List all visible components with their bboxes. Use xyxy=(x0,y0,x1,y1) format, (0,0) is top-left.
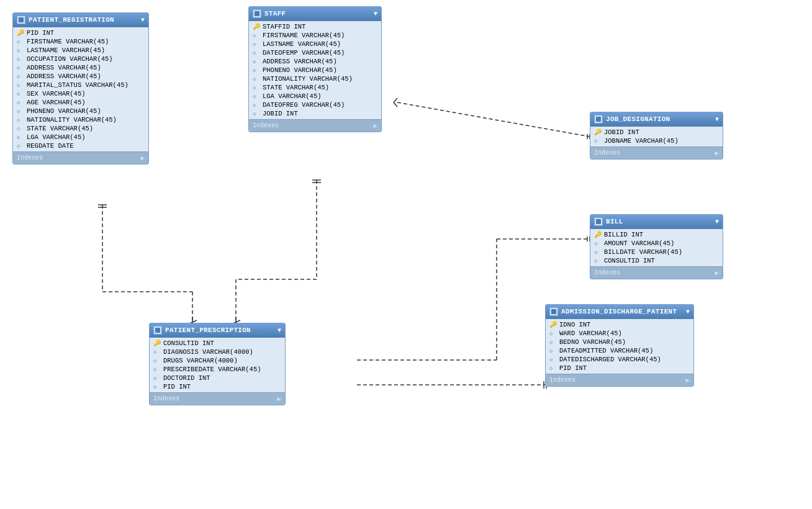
table-body-staff: 🔑 STAFFID INT ◇ FIRSTNAME VARCHAR(45) ◇ … xyxy=(249,21,381,119)
key-icon: 🔑 xyxy=(17,29,24,37)
diamond-icon: ◇ xyxy=(17,73,24,80)
table-row: ◇ MARITAL_STATUS VARCHAR(45) xyxy=(13,81,148,89)
field-text: PID INT xyxy=(559,364,587,372)
field-text: DIAGNOSIS VARCHAR(4000) xyxy=(163,348,253,356)
field-text: FIRSTNAME VARCHAR(45) xyxy=(27,38,109,45)
table-dropdown-arrow[interactable]: ▼ xyxy=(374,11,377,17)
table-footer-staff[interactable]: Indexes ▶ xyxy=(249,119,381,132)
table-row: ◇ WARD VARCHAR(45) xyxy=(546,329,693,338)
indexes-label: Indexes xyxy=(549,377,575,384)
table-row: ◇ JOBID INT xyxy=(249,109,381,118)
table-row: ◇ ADDRESS VARCHAR(45) xyxy=(13,72,148,81)
diamond-icon: ◇ xyxy=(17,47,24,54)
table-row: ◇ DOCTORID INT xyxy=(150,374,285,382)
table-footer-job-designation[interactable]: Indexes ▶ xyxy=(590,146,723,159)
table-row: ◇ DIAGNOSIS VARCHAR(4000) xyxy=(150,348,285,356)
diamond-icon: ◇ xyxy=(253,50,260,56)
table-row: ◇ DATEOFEMP VARCHAR(45) xyxy=(249,48,381,57)
field-text: NATIONALITY VARCHAR(45) xyxy=(263,75,353,83)
diamond-icon: ◇ xyxy=(17,125,24,132)
svg-rect-33 xyxy=(551,309,556,314)
table-footer-prescription[interactable]: Indexes ▶ xyxy=(150,392,285,405)
table-body-patient-registration: 🔑 PID INT ◇ FIRSTNAME VARCHAR(45) ◇ LAST… xyxy=(13,27,148,151)
table-row: ◇ LGA VARCHAR(45) xyxy=(13,133,148,142)
diamond-icon: ◇ xyxy=(253,84,260,91)
table-row: ◇ PHONENO VARCHAR(45) xyxy=(249,66,381,74)
table-row: ◇ NATIONALITY VARCHAR(45) xyxy=(249,74,381,83)
diamond-icon: ◇ xyxy=(594,240,602,247)
field-text: DOCTORID INT xyxy=(163,374,210,382)
field-text: AGE VARCHAR(45) xyxy=(27,99,86,106)
indexes-label: Indexes xyxy=(594,150,620,156)
table-row: ◇ LASTNAME VARCHAR(45) xyxy=(13,46,148,55)
table-footer-patient-registration[interactable]: Indexes ▶ xyxy=(13,151,148,164)
table-footer-bill[interactable]: Indexes ▶ xyxy=(590,266,723,279)
table-title-patient-registration: PATIENT_REGISTRATION xyxy=(29,16,114,24)
table-patient-prescription: PATIENT_PRESCRIPTION ▼ 🔑 CONSULTID INT ◇… xyxy=(149,323,286,405)
field-text: BILLDATE VARCHAR(45) xyxy=(604,248,682,256)
diamond-icon: ◇ xyxy=(17,117,24,124)
table-title-job-designation: JOB_DESIGNATION xyxy=(606,115,670,123)
table-header-patient-registration: PATIENT_REGISTRATION ▼ xyxy=(13,13,148,27)
table-staff: STAFF ▼ 🔑 STAFFID INT ◇ FIRSTNAME VARCHA… xyxy=(248,6,382,132)
table-icon xyxy=(549,307,558,316)
diamond-icon: ◇ xyxy=(594,249,602,256)
field-text: DRUGS VARCHAR(4000) xyxy=(163,357,238,364)
table-header-prescription: PATIENT_PRESCRIPTION ▼ xyxy=(150,323,285,338)
table-dropdown-arrow[interactable]: ▼ xyxy=(141,17,145,24)
field-text: JOBID INT xyxy=(263,110,298,117)
key-icon: 🔑 xyxy=(594,128,602,136)
table-title-bill: BILL xyxy=(606,218,623,225)
field-text: FIRSTNAME VARCHAR(45) xyxy=(263,32,345,39)
diamond-icon: ◇ xyxy=(253,41,260,48)
diagram-container: PATIENT_REGISTRATION ▼ 🔑 PID INT ◇ FIRST… xyxy=(0,0,812,509)
svg-rect-30 xyxy=(255,11,259,16)
diamond-icon: ◇ xyxy=(549,356,557,363)
svg-line-18 xyxy=(394,102,397,107)
table-row: 🔑 BILLID INT xyxy=(590,230,723,239)
table-row: ◇ NATIONALITY VARCHAR(45) xyxy=(13,115,148,124)
table-title-admission: ADMISSION_DISCHARGE_PATIENT xyxy=(561,308,677,315)
diamond-icon: ◇ xyxy=(153,375,161,382)
diamond-icon: ◇ xyxy=(253,67,260,74)
field-text: PID INT xyxy=(163,383,191,390)
table-footer-admission[interactable]: Indexes ▶ xyxy=(546,374,693,386)
table-icon xyxy=(153,326,162,335)
table-row: ◇ BEDNO VARCHAR(45) xyxy=(546,338,693,346)
svg-rect-34 xyxy=(155,328,160,333)
table-row: ◇ DRUGS VARCHAR(4000) xyxy=(150,356,285,365)
diamond-icon: ◇ xyxy=(594,138,602,145)
field-text: LGA VARCHAR(45) xyxy=(27,133,86,141)
table-icon xyxy=(594,115,603,124)
field-text: AMOUNT VARCHAR(45) xyxy=(604,240,674,247)
table-row: ◇ ADDRESS VARCHAR(45) xyxy=(13,63,148,72)
field-text: STAFFID INT xyxy=(263,23,305,30)
table-row: ◇ DATEOFREG VARCHAR(45) xyxy=(249,101,381,109)
diamond-icon: ◇ xyxy=(153,384,161,390)
table-header-admission: ADMISSION_DISCHARGE_PATIENT ▼ xyxy=(546,305,693,319)
diamond-icon: ◇ xyxy=(17,108,24,115)
table-dropdown-arrow[interactable]: ▼ xyxy=(715,218,719,225)
svg-rect-29 xyxy=(19,17,24,22)
diamond-icon: ◇ xyxy=(17,65,24,71)
field-text: WARD VARCHAR(45) xyxy=(559,330,622,337)
table-dropdown-arrow[interactable]: ▼ xyxy=(686,309,690,315)
svg-line-17 xyxy=(394,98,397,102)
field-text: LASTNAME VARCHAR(45) xyxy=(263,40,341,48)
key-icon: 🔑 xyxy=(153,340,161,347)
table-row: ◇ LASTNAME VARCHAR(45) xyxy=(249,40,381,48)
field-text: REGDATE DATE xyxy=(27,142,74,150)
table-title-staff: STAFF xyxy=(264,10,286,17)
indexes-label: Indexes xyxy=(153,395,179,402)
table-row: 🔑 PID INT xyxy=(13,29,148,37)
footer-arrow-icon: ▶ xyxy=(140,154,145,162)
table-row: ◇ BILLDATE VARCHAR(45) xyxy=(590,248,723,256)
table-dropdown-arrow[interactable]: ▼ xyxy=(715,116,719,123)
table-dropdown-arrow[interactable]: ▼ xyxy=(277,327,281,334)
table-row: ◇ PRESCRIBEDATE VARCHAR(45) xyxy=(150,365,285,374)
diamond-icon: ◇ xyxy=(17,143,24,150)
field-text: DATEOFREG VARCHAR(45) xyxy=(263,101,345,109)
indexes-label: Indexes xyxy=(17,155,43,161)
diamond-icon: ◇ xyxy=(153,358,161,364)
table-row: ◇ OCCUPATION VARCHAR(45) xyxy=(13,55,148,63)
